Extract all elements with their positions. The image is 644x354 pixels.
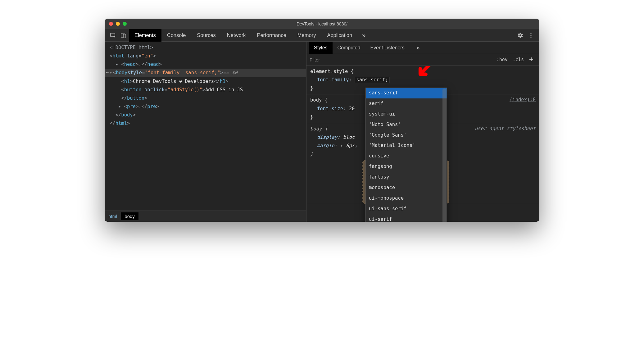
styles-tabbar: StylesComputedEvent Listeners » [306,42,539,54]
tab-memory[interactable]: Memory [292,29,322,42]
autocomplete-item[interactable]: 'Noto Sans' [366,120,447,130]
autocomplete-item[interactable]: fantasy [366,172,447,183]
dom-html-open[interactable]: <html lang="en"> [108,52,306,60]
autocomplete-item[interactable]: ui-sans-serif [366,204,447,214]
dom-body-selected[interactable]: ⋯▾<body style="font-family: sans-serif;"… [105,69,306,77]
tab-application[interactable]: Application [321,29,358,42]
main-split: <!DOCTYPE html> <html lang="en"> ▸ <head… [105,42,539,222]
kebab-menu-icon[interactable] [526,29,536,42]
tab-sources[interactable]: Sources [191,29,221,42]
autocomplete-item[interactable]: fangsong [366,161,447,172]
breadcrumb: htmlbody [105,211,306,222]
svg-point-5 [530,37,531,38]
hov-toggle[interactable]: :hov [494,56,510,64]
autocomplete-item[interactable]: system-ui [366,109,447,120]
styles-panel: StylesComputedEvent Listeners » :hov .cl… [306,42,539,222]
autocomplete-item[interactable]: cursive [366,151,447,161]
svg-rect-2 [123,34,126,38]
font-family-value-input[interactable]: sans-serif; [355,77,390,83]
autocomplete-item[interactable]: 'Google Sans' [366,130,447,141]
new-style-rule-icon[interactable] [526,56,536,64]
autocomplete-item[interactable]: sans-serif [366,88,447,98]
styles-tab-computed[interactable]: Computed [333,42,365,54]
dom-tree[interactable]: <!DOCTYPE html> <html lang="en"> ▸ <head… [105,42,306,211]
dom-button-open[interactable]: <button onclick="addStyle()">Add CSS-in-… [108,86,306,94]
source-link[interactable]: (index):8 [510,96,536,104]
styles-tabs-overflow-icon[interactable]: » [412,44,424,51]
dom-body-close[interactable]: </body> [108,111,306,119]
styles-filter-row: :hov .cls [306,54,539,66]
font-family-autocomplete[interactable]: sans-serifserifsystem-ui'Noto Sans''Goog… [365,88,447,222]
tab-performance[interactable]: Performance [251,29,292,42]
breadcrumb-body[interactable]: body [121,212,138,220]
elements-panel: <!DOCTYPE html> <html lang="en"> ▸ <head… [105,42,306,222]
annotation-arrow-icon [415,66,433,88]
main-tabbar: ElementsConsoleSourcesNetworkPerformance… [105,29,539,42]
device-toolbar-icon[interactable] [118,29,129,42]
autocomplete-item[interactable]: ui-serif [366,214,447,222]
tab-elements[interactable]: Elements [129,29,161,42]
dom-h1[interactable]: <h1>Chrome DevTools ❤ Developers</h1> [108,77,306,86]
dom-button-close[interactable]: </button> [108,94,306,102]
autocomplete-item[interactable]: ui-monospace [366,193,447,204]
dom-pre[interactable]: ▸ <pre>…</pre> [108,102,306,111]
dom-html-close[interactable]: </html> [108,119,306,128]
devtools-window: DevTools - localhost:8080/ ElementsConso… [105,19,539,222]
svg-point-4 [530,35,531,36]
dom-head[interactable]: ▸ <head>…</head> [108,60,306,69]
tab-network[interactable]: Network [221,29,252,42]
titlebar: DevTools - localhost:8080/ [105,19,539,29]
autocomplete-item[interactable]: 'Material Icons' [366,140,447,151]
svg-point-3 [530,33,531,34]
autocomplete-item[interactable]: serif [366,98,447,109]
svg-rect-0 [111,33,115,37]
styles-tab-event-listeners[interactable]: Event Listeners [365,42,409,54]
ua-stylesheet-label: user agent stylesheet [475,125,536,133]
styles-filter-input[interactable] [310,57,494,62]
dom-doctype[interactable]: <!DOCTYPE html> [108,43,306,52]
tab-console[interactable]: Console [161,29,192,42]
inspect-element-icon[interactable] [108,29,118,42]
styles-tab-styles[interactable]: Styles [309,42,333,54]
autocomplete-scrollbar[interactable] [442,88,446,222]
tabs-overflow-icon[interactable]: » [358,32,370,39]
cls-toggle[interactable]: .cls [510,56,526,64]
autocomplete-item[interactable]: monospace [366,183,447,193]
style-rules: element.style { font-family: sans-serif;… [306,66,539,222]
rule-element-style[interactable]: element.style { font-family: sans-serif;… [306,66,539,94]
settings-gear-icon[interactable] [515,29,526,42]
window-title: DevTools - localhost:8080/ [105,21,539,26]
breadcrumb-html[interactable]: html [105,212,121,220]
